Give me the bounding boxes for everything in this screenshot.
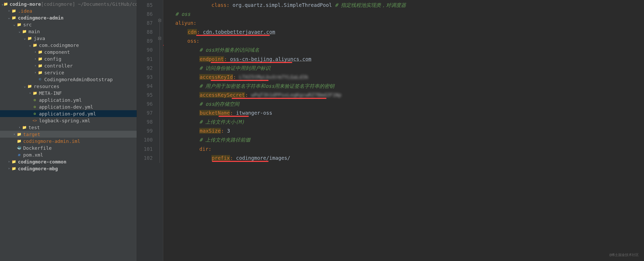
tree-label: codingmore-mbg — [18, 166, 58, 171]
chevron-down-icon[interactable]: ⌄ — [12, 23, 16, 26]
yaml-key: maxSize — [199, 128, 221, 134]
tree-item--idea[interactable]: ›📁.idea — [0, 7, 137, 14]
tree-label: codingmore-admin — [18, 15, 63, 21]
folder-icon: 📁 — [32, 91, 37, 95]
line-number: 86 — [137, 9, 153, 18]
code-line-99[interactable]: maxSize: 3 — [163, 126, 644, 135]
tree-item-meta-inf[interactable]: ›📁META-INF — [0, 90, 137, 96]
tree-item-target[interactable]: ›📁target — [0, 131, 137, 138]
tree-label: com.codingmore — [39, 42, 79, 48]
code-line-92[interactable]: # 访问身份验证中用到用户标识 — [163, 64, 644, 72]
line-number: 99 — [137, 126, 153, 135]
tree-item-codingmore-admin-iml[interactable]: 📁codingmore-admin.iml — [0, 138, 137, 144]
tree-label: component — [44, 49, 70, 55]
code-editor[interactable]: @稀土掘金技术社区 class: org.quartz.simpl.Simple… — [163, 0, 644, 261]
line-number: 91 — [137, 55, 153, 64]
code-line-96[interactable]: # oss的存储空间 — [163, 99, 644, 108]
tree-label: pom.xml — [23, 152, 43, 158]
tree-item-java[interactable]: ⌄📁java — [0, 35, 137, 42]
tree-item-codingmore-common[interactable]: ›📁codingmore-common — [0, 158, 137, 165]
yaml-comment: # oss — [175, 11, 190, 17]
tree-label: CodingmoreAdminBootstrap — [44, 77, 113, 82]
tree-label: META-INF — [39, 90, 62, 96]
tree-item-test[interactable]: ›📁test — [0, 124, 137, 131]
tree-label: Dockerfile — [23, 145, 52, 151]
line-number: 96 — [137, 99, 153, 108]
folder-icon: 📁 — [3, 2, 8, 6]
chevron-down-icon[interactable]: ⌄ — [28, 43, 32, 47]
yaml-key: prefix — [211, 155, 230, 161]
code-line-85[interactable]: class: org.quartz.simpl.SimpleThreadPool… — [163, 1, 644, 9]
chevron-right-icon[interactable]: › — [17, 125, 22, 129]
code-line-86[interactable]: # oss — [163, 9, 644, 18]
code-line-101[interactable]: dir: — [163, 144, 644, 153]
tree-item-pom-xml[interactable]: mpom.xml — [0, 151, 137, 158]
xml-icon: <> — [32, 118, 37, 123]
chevron-down-icon[interactable]: ⌄ — [23, 84, 27, 88]
chevron-right-icon[interactable]: › — [7, 9, 11, 13]
chevron-right-icon[interactable]: › — [12, 132, 16, 136]
tree-item-config[interactable]: ›📁config — [0, 55, 137, 62]
yaml-key: dir — [199, 146, 208, 152]
tree-label: .idea — [18, 8, 32, 14]
tree-label: service — [44, 70, 64, 75]
annotation-underline — [212, 161, 269, 162]
chevron-right-icon[interactable]: › — [28, 91, 32, 95]
folder-icon: 📁 — [11, 160, 16, 164]
annotation-underline — [211, 80, 269, 81]
line-number: 94 — [137, 81, 153, 90]
yml-icon: ⚙ — [32, 105, 37, 109]
code-line-94[interactable]: # 用户用于加密签名字符串和oss用来验证签名字符串的密钥 — [163, 81, 644, 90]
chevron-right-icon[interactable]: › — [7, 160, 11, 163]
yaml-comment: # oss对外服务的访问域名 — [199, 47, 259, 53]
chevron-right-icon[interactable]: › — [33, 71, 37, 74]
code-line-98[interactable]: # 上传文件大小(M) — [163, 117, 644, 126]
tree-item-src[interactable]: ⌄📁src — [0, 21, 137, 28]
folder-icon: 📁 — [27, 84, 32, 88]
line-number: 102 — [137, 153, 153, 162]
yaml-comment: # 访问身份验证中用到用户标识 — [199, 65, 270, 71]
folder-icon: 📁 — [11, 16, 16, 20]
tree-item-main[interactable]: ⌄📁main — [0, 28, 137, 35]
code-line-90[interactable]: # oss对外服务的访问域名 — [163, 45, 644, 54]
chevron-down-icon[interactable]: ⌄ — [2, 2, 3, 6]
project-tree-panel: ⌄📁coding-more [codingmore] ~/Documents/G… — [0, 0, 137, 261]
chevron-down-icon[interactable]: ⌄ — [23, 36, 27, 40]
code-line-87[interactable]: aliyun: — [163, 18, 644, 27]
folder-icon: 📁 — [11, 9, 16, 13]
folder-icon: 📁 — [22, 125, 27, 129]
code-line-89[interactable]: oss: — [163, 36, 644, 45]
tree-item-controller[interactable]: ›📁controller — [0, 62, 137, 69]
yml-icon: ⚙ — [32, 112, 37, 116]
chevron-right-icon[interactable]: › — [33, 57, 37, 61]
line-number: 97 — [137, 108, 153, 117]
tree-item-codingmoreadminbootstrap[interactable]: ©CodingmoreAdminBootstrap — [0, 76, 137, 83]
tree-item-application-yml[interactable]: ⚙application.yml — [0, 96, 137, 103]
line-number: 93 — [137, 72, 153, 81]
chevron-right-icon[interactable]: › — [33, 50, 37, 54]
tree-item-resources[interactable]: ⌄📁resources — [0, 83, 137, 90]
chevron-right-icon[interactable]: › — [7, 167, 11, 170]
code-line-100[interactable]: # 上传文件夹路径前缀 — [163, 135, 644, 144]
folder-icon: 📁 — [37, 50, 43, 54]
tree-item-logback-spring-xml[interactable]: <>logback-spring.xml — [0, 117, 137, 124]
tree-item-service[interactable]: ›📁service — [0, 69, 137, 76]
tree-item-application-prod-yml[interactable]: ⚙application-prod.yml — [0, 110, 137, 117]
chevron-down-icon[interactable]: ⌄ — [7, 16, 11, 20]
yaml-value: org.quartz.simpl.SimpleThreadPool — [232, 2, 332, 8]
line-number: 85 — [137, 1, 153, 9]
tree-item-dockerfile[interactable]: 🐳Dockerfile — [0, 144, 137, 151]
tree-item-codingmore-mbg[interactable]: ›📁codingmore-mbg — [0, 165, 137, 172]
yaml-comment: # oss的存储空间 — [199, 101, 239, 107]
file-icon: 📁 — [16, 139, 22, 143]
chevron-down-icon[interactable]: ⌄ — [17, 30, 22, 33]
tree-item-coding-more[interactable]: ⌄📁coding-more [codingmore] ~/Documents/G… — [0, 1, 137, 7]
chevron-right-icon[interactable]: › — [33, 64, 37, 67]
tree-item-application-dev-yml[interactable]: ⚙application-dev.yml — [0, 103, 137, 110]
yaml-value: codingmore/images/ — [236, 155, 290, 161]
tree-item-codingmore-admin[interactable]: ⌄📁codingmore-admin — [0, 14, 137, 21]
tree-item-com-codingmore[interactable]: ⌄📁com.codingmore — [0, 42, 137, 49]
line-number: 90 — [137, 45, 153, 54]
tree-item-component[interactable]: ›📁component — [0, 49, 137, 55]
yaml-key: oss — [187, 38, 196, 44]
